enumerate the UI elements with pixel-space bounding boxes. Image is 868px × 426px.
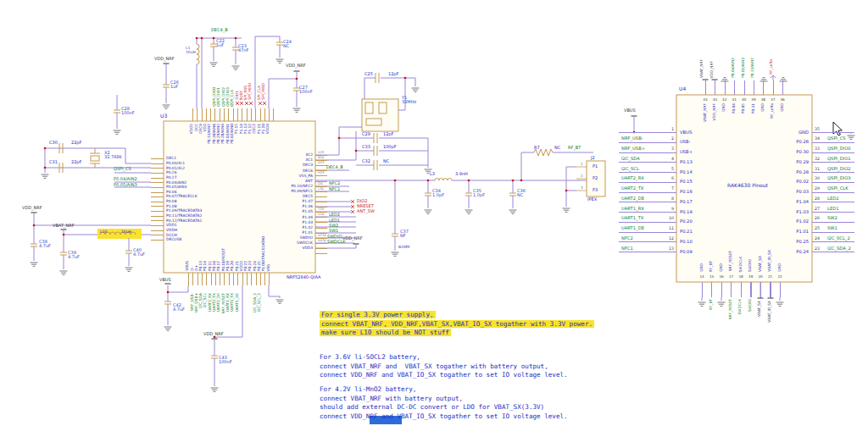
net-label-qspi-cs: QSPI_CS: [114, 167, 131, 171]
net-label-sw2: SW2: [329, 224, 338, 228]
c34-label[interactable]: C341.0pF: [432, 189, 444, 197]
c39-label[interactable]: C394.7uF: [68, 251, 80, 259]
u4-left-net-labels: NRF_USB-NRF_USB+I2C_SDAI2C_SCLUART2_RXUA…: [621, 126, 645, 256]
c22-label[interactable]: C221uF: [216, 39, 225, 47]
net-label: NFC2: [621, 235, 645, 246]
pin-name: GND: [759, 103, 768, 137]
net-label-led1: LED1: [329, 219, 340, 223]
pin-number: 5: [660, 166, 674, 176]
c28-label[interactable]: C28100nF: [121, 107, 135, 115]
net-label: UART1_DE: [621, 225, 645, 235]
net-label-p005: P0.05/AIN3: [740, 42, 748, 78]
pin-number: 26: [815, 215, 820, 225]
pin-number: 40: [739, 97, 748, 103]
c30-ref[interactable]: C30: [49, 141, 58, 145]
power-label-vbat-sx: VBAT_SX: [756, 301, 764, 335]
note-line: connect VBAT_NRF and VBAT_SX togather wi…: [320, 362, 568, 372]
net-label-nrf-reset: NRF_RESET: [727, 299, 735, 329]
note-line: For 3.6V li-SOCL2 battery,: [320, 353, 568, 362]
pin-number: 28: [815, 196, 820, 206]
u3-designator[interactable]: U3: [160, 113, 167, 119]
l3-ref[interactable]: L3: [430, 172, 435, 176]
x2-label[interactable]: X232.768K: [104, 151, 122, 159]
pin-name: USB-: [680, 138, 693, 148]
pin-number: 16: [716, 274, 726, 280]
pin-name: P0.03: [771, 188, 809, 198]
u4-right-net-labels: QSPI_CSQSPI_DIO0QSPI_DIO1QSPI_DIO2QSPI_D…: [827, 126, 851, 256]
pin-number: 19: [746, 274, 756, 280]
u4-bottom-pin-numbers: 141516171819202122: [697, 274, 785, 280]
pin-number: 20: [755, 274, 765, 280]
pin-number: 15: [707, 274, 717, 280]
note-mno2-battery[interactable]: For 4.2V li-MnO2 battery,connect VBAT_NR…: [320, 385, 568, 422]
pin-number: 13: [660, 246, 674, 256]
pin-number: 21: [765, 274, 776, 280]
net-label: UART2_DE: [621, 196, 645, 206]
u3-bottom-pin-stubs: [188, 273, 274, 285]
pin-number: 42: [720, 97, 729, 103]
c40-label[interactable]: C404.7uF: [133, 248, 145, 257]
l10-ref[interactable]: L10: [100, 230, 107, 235]
net-label-rf-bt: RF_BT: [708, 299, 715, 324]
pin-name: P1.01: [771, 228, 809, 238]
pin-name: P0.28: [771, 169, 809, 179]
c37-label[interactable]: C37NF: [400, 230, 409, 238]
c32-ref[interactable]: C32: [362, 159, 370, 163]
c26-label[interactable]: C261uF: [170, 80, 179, 89]
pin-number: 11: [660, 225, 674, 235]
pin-number: 14: [697, 274, 707, 280]
j2-pin-number-1: 1: [581, 163, 583, 166]
u4-designator[interactable]: U4: [679, 86, 686, 91]
power-label-vdd-nrf: VDD_NRF: [203, 332, 224, 336]
j2-pin-number-2: 2: [581, 174, 583, 178]
pin-name: P0.21: [680, 228, 693, 238]
pin-name: DECUSB: [166, 237, 202, 242]
c24-label[interactable]: C24NC: [283, 40, 292, 48]
c35-label[interactable]: C351.0pF: [473, 189, 485, 197]
y1-crystal[interactable]: [362, 99, 398, 131]
note-line: connect VDD_NRF and VBAT_IO_SX togather …: [320, 371, 568, 380]
pin-name: VBUS: [680, 129, 693, 139]
net-label: QSPI_DIO0: [827, 146, 851, 156]
r7-value: NC: [554, 146, 560, 150]
c23-label[interactable]: C2347nF: [238, 44, 248, 53]
c36-label[interactable]: C36NC: [517, 189, 526, 197]
net-label: I2C_SCL: [621, 166, 645, 176]
pin-name: P0.09: [680, 248, 693, 258]
net-label-nfc1: NFC1: [329, 187, 340, 191]
j2-designator[interactable]: J2: [591, 156, 595, 160]
u4-top-pin-numbers: 444342414039383736: [700, 97, 787, 103]
note-socl2-battery[interactable]: For 3.6V li-SOCL2 battery,connect VBAT_N…: [320, 353, 568, 380]
pin-name: VDD4: [266, 124, 270, 159]
pin-number: 9: [660, 206, 674, 216]
note-single-supply[interactable]: For single 3.3V power supply,connect VBA…: [320, 311, 594, 338]
c43-label[interactable]: C43100nF: [219, 356, 232, 364]
r7-ref[interactable]: R7: [534, 146, 540, 150]
c33-ref[interactable]: C33: [362, 145, 370, 149]
pin-name: GND: [720, 103, 729, 137]
pin-name: P0.15: [680, 178, 693, 188]
pin-number: 17: [726, 274, 737, 280]
net-label-p004: P0.04/AIN2: [730, 42, 737, 78]
c31-value: 22pF: [71, 160, 81, 164]
c38-label[interactable]: C384.7uF: [39, 240, 51, 248]
c25-ref[interactable]: C25: [364, 72, 373, 76]
net-label-swdclk: SWDCLK: [327, 240, 346, 244]
net-label: NRF_USB+: [621, 146, 645, 156]
net-label-p031: P0.31/AIN7: [749, 42, 757, 78]
pin-number: 44: [700, 97, 709, 103]
x2-crystal[interactable]: [90, 148, 100, 168]
net-label: QSPI_DIO3: [827, 175, 851, 185]
note-line: connect VDD_NRF and VBAT_IO_SX togather …: [320, 412, 568, 422]
pin-name: SWDCLK: [736, 240, 746, 272]
pin-number: 34: [815, 136, 820, 146]
c42-label[interactable]: C424.7uF: [173, 303, 185, 312]
l1-label[interactable]: L110uH: [186, 47, 196, 54]
c29-ref[interactable]: C29: [362, 132, 370, 136]
y1-label[interactable]: Y132MHz: [402, 96, 416, 104]
u4-top-pin-stubs: [705, 80, 788, 95]
pin-number: 7: [660, 185, 674, 196]
net-label-ant-sw: ANT_SW: [357, 209, 375, 213]
c27-label[interactable]: C27100nF: [299, 86, 313, 94]
c31-ref[interactable]: C31: [49, 160, 58, 164]
